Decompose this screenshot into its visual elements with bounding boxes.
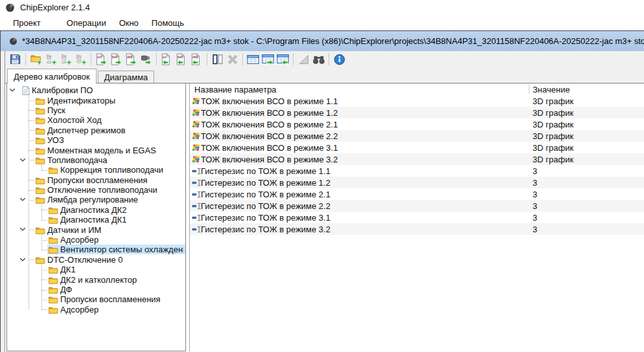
toolbar-add-slot-3-button[interactable]: 3 — [73, 52, 88, 67]
tree-connector — [29, 160, 34, 160]
column-header-value[interactable]: Значение — [533, 85, 570, 94]
tree-item[interactable]: Диагностика ДК2 — [7, 205, 185, 215]
toolbar-export-ori-button[interactable]: ori — [94, 52, 109, 67]
tree-item[interactable]: Адсорбер — [7, 305, 185, 314]
project-titlebar[interactable]: *34B8NA4P31_3201158NF220406A-20250222-ja… — [1, 31, 644, 51]
table-row[interactable]: Гистерезис по ТОЖ в режиме 2.23 — [190, 200, 644, 212]
column-header-name[interactable]: Название параметра — [190, 85, 277, 94]
toolbar-import-dta-button[interactable]: dta — [189, 52, 204, 67]
menu-item-3[interactable]: Окно — [113, 17, 145, 29]
tree-item-body: Пропуски воспламенения — [34, 175, 185, 185]
tree-item[interactable]: Пропуски воспламенения — [7, 294, 185, 304]
tree-item-label: DTC-Отключение 0 — [47, 255, 123, 265]
toolbar-compare-button[interactable] — [210, 52, 225, 67]
scalar-value-icon — [190, 167, 201, 175]
menu-item-4[interactable]: Помощь — [145, 17, 190, 29]
tree-connector — [41, 170, 47, 171]
table-row[interactable]: Гистерезис по ТОЖ в режиме 2.13 — [190, 188, 644, 200]
tree-item-body: Диагностика ДК2 — [47, 205, 185, 215]
tree-item[interactable]: ДК2 и катколлектор — [7, 274, 185, 284]
table-row[interactable]: ТОЖ включения ВСО в режиме 3.13D график — [190, 142, 644, 153]
tree-item[interactable]: Пропуски воспламенения — [7, 175, 185, 185]
param-name: Гистерезис по ТОЖ в режиме 1.1 — [201, 166, 527, 176]
tree-item[interactable]: Адсорбер — [7, 235, 185, 245]
column-separator[interactable] — [529, 85, 529, 94]
folder-icon — [48, 295, 58, 303]
tree-connector — [29, 100, 34, 101]
tree-connector — [29, 150, 34, 151]
table-row[interactable]: ТОЖ включения ВСО в режиме 1.13D график — [190, 95, 644, 107]
tree-guide-line — [41, 165, 42, 170]
info-icon — [334, 54, 345, 65]
toolbar-import-cs-button[interactable]: cs — [159, 52, 174, 67]
svg-text:dta: dta — [192, 55, 198, 59]
table-row[interactable]: Гистерезис по ТОЖ в режиме 1.23 — [190, 177, 644, 188]
tree-item[interactable]: Датчики и ИМ — [7, 225, 185, 234]
menu-item-1[interactable]: Проект — [6, 17, 47, 29]
tree-item[interactable]: Отключение топливоподачи — [7, 185, 185, 195]
tree-connector — [41, 270, 47, 270]
document-icon — [22, 86, 30, 95]
tree-item-label: Диагностика ДК1 — [60, 215, 127, 225]
toolbar-table-export-button[interactable] — [260, 52, 275, 67]
tree-connector — [29, 230, 34, 230]
toolbar-save-button[interactable] — [8, 52, 23, 67]
toolbar-add-slot-1-button[interactable]: 1 — [43, 52, 58, 67]
tree-connector — [29, 140, 34, 141]
table-row[interactable]: ТОЖ включения ВСО в режиме 2.13D график — [190, 118, 644, 130]
tree-item[interactable]: Пуск — [7, 105, 185, 115]
tree-item[interactable]: ДФ — [7, 285, 185, 294]
chevron-down-icon[interactable] — [19, 258, 26, 262]
toolbar-import-bin-button[interactable]: bin — [174, 52, 189, 67]
add-slot-3-icon: 3 — [75, 53, 87, 66]
project-icon — [9, 37, 17, 45]
toolbar-add-slot-2-button[interactable]: 2 — [58, 52, 73, 67]
tab-1[interactable]: Дерево калибровок — [7, 69, 97, 83]
toolbar-export-dta-button[interactable]: dta — [124, 52, 139, 67]
tree-item-label: Калибровки ПО — [32, 85, 93, 95]
table-row[interactable]: ТОЖ включения ВСО в режиме 3.23D график — [190, 153, 644, 165]
folder-icon — [48, 265, 58, 274]
export-bin-icon: bin — [110, 53, 122, 66]
tree-item[interactable]: Идентификаторы — [7, 95, 185, 105]
tree-item-label: Адсорбер — [60, 235, 98, 245]
tree-item[interactable]: Диагностика ДК1 — [7, 215, 185, 225]
tree-item[interactable]: ДК1 — [7, 265, 185, 274]
param-value: 3D график — [533, 108, 573, 118]
toolbar-table-view-button[interactable] — [246, 52, 260, 67]
tree-item[interactable]: Моментная модель и EGAS — [7, 145, 185, 155]
chevron-down-icon[interactable] — [19, 227, 26, 232]
toolbar-export-bin-button[interactable]: bin — [109, 52, 124, 67]
tree-item[interactable]: Топливоподача — [7, 155, 185, 165]
menu-item-2[interactable]: Операции — [60, 17, 113, 29]
table-row[interactable]: ТОЖ включения ВСО в режиме 2.23D график — [190, 130, 644, 142]
chevron-down-icon[interactable] — [19, 197, 26, 202]
toolbar-export-usb-button[interactable] — [139, 52, 154, 67]
table-row[interactable]: Гистерезис по ТОЖ в режиме 3.13 — [190, 212, 644, 223]
tab-strip: Дерево калибровокДиаграмма — [5, 67, 644, 83]
tree-item[interactable]: Коррекция топливоподачи — [7, 165, 185, 175]
toolbar-find-button[interactable] — [311, 52, 326, 67]
tree-item[interactable]: УОЗ — [7, 135, 185, 145]
toolbar-info-button[interactable] — [332, 52, 347, 67]
tree-item[interactable]: Калибровки ПО — [7, 85, 185, 95]
param-name: ТОЖ включения ВСО в режиме 1.1 — [201, 96, 527, 106]
chevron-down-icon[interactable] — [19, 158, 26, 162]
table-row[interactable]: Гистерезис по ТОЖ в режиме 3.23 — [190, 223, 644, 235]
tree-connector — [41, 220, 47, 221]
tree-item[interactable]: Диспетчер режимов — [7, 126, 185, 135]
tree-item[interactable]: Вентилятор системы охлаждения — [7, 245, 185, 254]
tree-item[interactable]: Лямбда регулирование — [7, 195, 185, 204]
tree-item-label: Коррекция топливоподачи — [60, 165, 163, 175]
toolbar-table-import-button[interactable] — [275, 52, 290, 67]
toolbar-add-folder-button[interactable] — [29, 52, 43, 67]
table-export-icon — [262, 53, 275, 66]
chevron-down-icon[interactable] — [9, 88, 16, 93]
tree-connector — [41, 210, 47, 210]
table-row[interactable]: ТОЖ включения ВСО в режиме 1.23D график — [190, 107, 644, 118]
table-row[interactable]: Гистерезис по ТОЖ в режиме 1.13 — [190, 165, 644, 177]
tree-item[interactable]: DTC-Отключение 0 — [7, 255, 185, 265]
tree-guide-line — [41, 205, 42, 220]
tree-item[interactable]: Холостой Ход — [7, 115, 185, 125]
tab-2[interactable]: Диаграмма — [98, 71, 155, 83]
